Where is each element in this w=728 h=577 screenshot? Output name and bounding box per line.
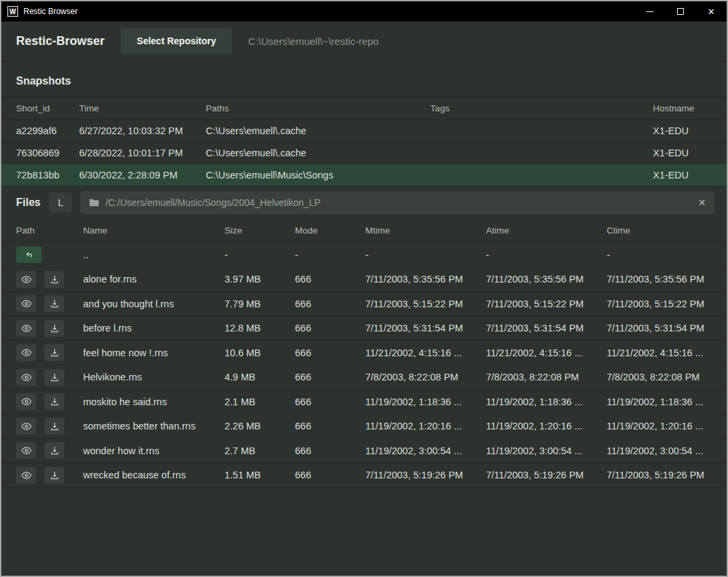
file-cell-name: and you thought l.rns (83, 299, 225, 309)
file-cell-mtime: 11/19/2002, 1:20:16 ... (365, 421, 486, 431)
snapshot-row[interactable]: a2299af66/27/2022, 10:03:32 PMC:\Users\e… (1, 120, 727, 142)
file-row[interactable]: alone for.rns3.97 MB6667/11/2003, 5:35:5… (1, 268, 727, 293)
titlebar: W Restic Browser ✕ (1, 1, 727, 21)
snapshots-column-tags: Tags (430, 103, 653, 113)
download-file-button[interactable] (44, 369, 64, 386)
file-cell-mtime: 11/21/2002, 4:15:16 ... (365, 348, 486, 358)
file-cell-atime: 7/11/2003, 5:19:26 PM (486, 470, 607, 480)
download-file-button[interactable] (44, 418, 64, 435)
file-cell-mode: 666 (295, 323, 365, 333)
snapshots-column-paths: Paths (206, 103, 430, 113)
file-cell-size: 2.26 MB (225, 421, 295, 431)
snapshot-cell-hostname: X1-EDU (653, 125, 712, 136)
download-file-button[interactable] (44, 467, 64, 484)
snapshot-cell-paths: C:\Users\emuell\.cache (206, 148, 430, 158)
file-cell-mtime: - (365, 250, 486, 260)
file-cell-ctime: 7/11/2003, 5:35:56 PM (607, 274, 712, 284)
download-file-button[interactable] (44, 344, 64, 361)
download-file-button[interactable] (44, 442, 64, 459)
file-row[interactable]: moskito he said.rns2.1 MB66611/19/2002, … (1, 390, 727, 415)
file-cell-mode: 666 (295, 397, 365, 407)
file-row[interactable]: sometimes better than.rns2.26 MB66611/19… (1, 415, 727, 439)
eye-icon (21, 372, 32, 382)
file-cell-ctime: 11/21/2002, 4:15:16 ... (607, 348, 712, 358)
snapshot-row[interactable]: 72b813bb6/30/2022, 2:28:09 PMC:\Users\em… (1, 164, 727, 187)
preview-file-button[interactable] (16, 369, 36, 386)
file-cell-size: 2.1 MB (225, 397, 295, 407)
file-path-bar[interactable]: /C:/Users/emuell/Music/Songs/2004_Helvet… (80, 191, 715, 214)
snapshot-cell-hostname: X1-EDU (653, 170, 712, 180)
preview-file-button[interactable] (16, 295, 36, 312)
minimize-button[interactable] (634, 1, 665, 21)
preview-file-button[interactable] (16, 418, 36, 435)
files-column-ctime: Ctime (607, 225, 712, 235)
preview-file-button[interactable] (16, 467, 36, 484)
file-row[interactable]: and you thought l.rns7.79 MB6667/11/2003… (1, 292, 727, 317)
files-toolbar: Files L /C:/Users/emuell/Music/Songs/200… (1, 187, 727, 219)
snapshot-row[interactable]: 763068696/28/2022, 10:01:17 PMC:\Users\e… (1, 142, 727, 164)
file-cell-atime: 11/19/2002, 1:20:16 ... (486, 421, 607, 431)
preview-file-button[interactable] (16, 344, 36, 361)
snapshot-cell-paths: C:\Users\emuell\.cache (206, 125, 430, 136)
download-icon (50, 323, 60, 333)
file-cell-name: alone for.rns (83, 274, 225, 284)
file-cell-size: 10.6 MB (225, 348, 295, 358)
snapshot-cell-time: 6/27/2022, 10:03:32 PM (79, 125, 206, 136)
eye-icon (21, 470, 32, 480)
file-cell-ctime: 7/8/2003, 8:22:08 PM (607, 372, 712, 382)
snapshot-cell-time: 6/30/2022, 2:28:09 PM (79, 170, 206, 180)
file-cell-mode: 666 (295, 274, 365, 284)
files-column-path: Path (16, 225, 83, 235)
file-cell-name: Helvikone.rns (83, 372, 225, 382)
file-cell-atime: 7/8/2003, 8:22:08 PM (486, 372, 607, 382)
download-icon (50, 397, 60, 407)
file-cell-mtime: 11/19/2002, 1:18:36 ... (365, 397, 486, 407)
download-file-button[interactable] (44, 393, 64, 410)
file-cell-ctime: 7/11/2003, 5:19:26 PM (607, 470, 712, 480)
file-actions (16, 271, 83, 288)
preview-file-button[interactable] (16, 393, 36, 410)
file-row[interactable]: wrecked because of.rns1.51 MB6667/11/200… (1, 464, 727, 488)
file-cell-mode: 666 (295, 348, 365, 358)
snapshot-cell-time: 6/28/2022, 10:01:17 PM (79, 148, 206, 158)
file-row[interactable]: before l.rns12.8 MB6667/11/2003, 5:31:54… (1, 317, 727, 342)
file-row[interactable]: wonder how it.rns2.7 MB66611/19/2002, 3:… (1, 439, 727, 464)
window-controls: ✕ (634, 1, 727, 21)
go-to-parent-button[interactable] (16, 246, 42, 263)
file-cell-atime: 11/21/2002, 4:15:16 ... (486, 348, 607, 358)
eye-icon (21, 421, 32, 431)
download-icon (50, 274, 60, 284)
clear-icon: ✕ (698, 197, 706, 208)
close-button[interactable]: ✕ (696, 1, 727, 21)
clear-path-button[interactable]: ✕ (698, 197, 706, 208)
file-cell-size: 1.51 MB (225, 470, 295, 480)
download-icon (50, 299, 60, 309)
file-actions (16, 393, 83, 410)
preview-file-button[interactable] (16, 320, 36, 337)
download-file-button[interactable] (44, 295, 64, 312)
app-title: Restic-Browser (16, 34, 105, 48)
maximize-button[interactable] (665, 1, 696, 21)
select-repository-button[interactable]: Select Repository (121, 28, 232, 54)
snapshot-cell-short_id: 72b813bb (16, 170, 79, 180)
app-header: Restic-Browser Select Repository C:\User… (1, 21, 727, 61)
file-cell-atime: 7/11/2003, 5:31:54 PM (486, 323, 607, 333)
preview-file-button[interactable] (16, 271, 36, 288)
file-path-value: /C:/Users/emuell/Music/Songs/2004_Helvet… (105, 197, 692, 208)
file-actions (16, 418, 83, 435)
file-cell-name: .. (83, 250, 225, 260)
preview-file-button[interactable] (16, 442, 36, 459)
file-cell-name: moskito he said.rns (83, 397, 225, 407)
file-row-parent[interactable]: ..----- (1, 243, 727, 268)
download-icon (50, 372, 60, 382)
file-row[interactable]: Helvikone.rns4.9 MB6667/8/2003, 8:22:08 … (1, 366, 727, 390)
list-toggle-button[interactable]: L (49, 193, 72, 213)
close-icon: ✕ (708, 7, 715, 17)
repository-path: C:\Users\emuell\~\restic-repo (248, 36, 379, 47)
eye-icon (21, 397, 32, 407)
file-cell-mtime: 7/11/2003, 5:15:22 PM (365, 299, 486, 309)
download-file-button[interactable] (44, 271, 64, 288)
download-file-button[interactable] (44, 320, 64, 337)
file-row[interactable]: feel home now !.rns10.6 MB66611/21/2002,… (1, 341, 727, 366)
eye-icon (21, 299, 32, 309)
